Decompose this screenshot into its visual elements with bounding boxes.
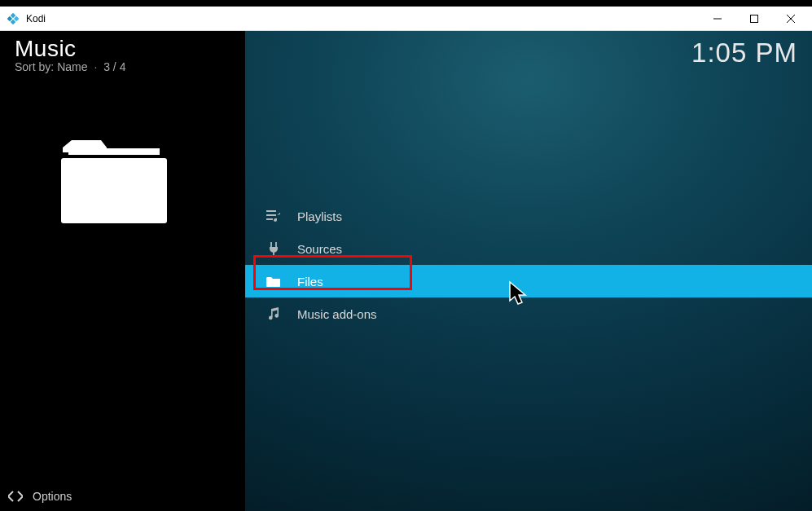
category-menu: Playlists Sources: [245, 200, 812, 330]
section-header: Music Sort by: Name · 3 / 4: [15, 36, 125, 73]
sort-info[interactable]: Sort by: Name · 3 / 4: [15, 60, 125, 73]
separator-dot: ·: [94, 60, 97, 73]
menu-item-label: Playlists: [297, 209, 342, 223]
item-counter: 3 / 4: [103, 60, 125, 73]
sort-label: Sort by:: [15, 60, 54, 73]
menu-item-music-addons[interactable]: Music add-ons: [245, 297, 812, 330]
close-button[interactable]: [772, 7, 809, 30]
menu-item-label: Files: [297, 275, 323, 289]
options-bar[interactable]: Options: [0, 482, 245, 511]
svg-rect-10: [266, 214, 276, 216]
window-title: Kodi: [26, 13, 699, 24]
window-controls: [699, 7, 809, 30]
left-panel: Music Sort by: Name · 3 / 4 Opt: [0, 31, 245, 511]
music-icon: [265, 306, 283, 321]
svg-rect-9: [266, 210, 276, 212]
page-title: Music: [15, 36, 125, 62]
window-titlebar: Kodi: [0, 7, 812, 31]
folder-thumbnail-icon: [57, 122, 171, 236]
menu-item-label: Music add-ons: [297, 307, 377, 321]
top-fragment-strip: [0, 0, 812, 7]
svg-rect-2: [7, 15, 13, 21]
menu-item-label: Sources: [297, 242, 342, 256]
folder-icon: [265, 275, 283, 288]
svg-rect-8: [68, 148, 160, 155]
playlist-icon: [265, 209, 283, 222]
clock: 1:05 PM: [691, 37, 797, 68]
svg-rect-0: [11, 12, 16, 18]
maximize-button[interactable]: [735, 7, 772, 30]
svg-rect-3: [11, 19, 16, 24]
options-icon: [8, 490, 23, 503]
minimize-button[interactable]: [699, 7, 735, 30]
menu-item-sources[interactable]: Sources: [245, 232, 812, 265]
menu-item-files[interactable]: Files: [245, 265, 812, 297]
svg-rect-1: [14, 15, 20, 21]
options-label: Options: [33, 490, 72, 503]
content-panel: 1:05 PM Playlists: [245, 31, 812, 511]
sort-value: Name: [57, 60, 87, 73]
svg-rect-11: [266, 218, 273, 220]
svg-rect-5: [750, 15, 757, 22]
kodi-logo-icon: [7, 12, 20, 25]
kodi-app: Music Sort by: Name · 3 / 4 Opt: [0, 31, 812, 511]
menu-item-playlists[interactable]: Playlists: [245, 200, 812, 232]
plug-icon: [265, 241, 283, 256]
